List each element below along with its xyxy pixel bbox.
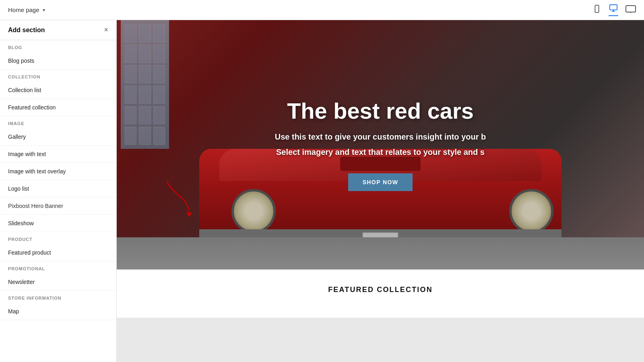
sidebar-item-image-with-text[interactable]: Image with text [0, 146, 116, 163]
hero-section: The best red cars Use this text to give … [117, 20, 644, 269]
sidebar-item-newsletter[interactable]: Newsletter [0, 274, 116, 291]
header: Home page ▾ [0, 0, 644, 20]
hero-subtitle-line1: Use this text to give your customers ins… [275, 131, 486, 143]
hero-title: The best red cars [287, 99, 474, 123]
section-label-store-information: STORE INFORMATION [0, 291, 116, 303]
sidebar-item-gallery[interactable]: Gallery [0, 128, 116, 146]
sidebar-item-featured-product[interactable]: Featured product [0, 244, 116, 261]
sidebar-item-featured-collection[interactable]: Featured collection [0, 99, 116, 116]
svg-rect-0 [595, 5, 599, 12]
featured-collection-section: FEATURED COLLECTION [117, 269, 644, 318]
view-mode-icons [592, 4, 636, 16]
sidebar-item-image-with-text-overlay[interactable]: Image with text overlay [0, 163, 116, 180]
sidebar-item-collection-list[interactable]: Collection list [0, 82, 116, 99]
main-layout: Add section × BLOG Blog posts COLLECTION… [0, 20, 644, 362]
mobile-view-icon[interactable] [592, 4, 601, 15]
sidebar-title: Add section [8, 27, 45, 34]
svg-rect-2 [610, 5, 617, 10]
svg-rect-5 [626, 6, 636, 12]
hero-subtitle-line2: Select imagery and text that relates to … [276, 146, 485, 158]
sidebar-item-slideshow[interactable]: Slideshow [0, 215, 116, 232]
hero-overlay: The best red cars Use this text to give … [117, 20, 644, 269]
section-label-blog: BLOG [0, 40, 116, 52]
featured-collection-title: FEATURED COLLECTION [125, 286, 636, 294]
close-icon[interactable]: × [104, 26, 108, 34]
sidebar-item-map[interactable]: Map [0, 303, 116, 320]
desktop-view-icon[interactable] [609, 4, 618, 16]
shop-now-button[interactable]: SHOP NOW [348, 173, 413, 191]
canvas: The best red cars Use this text to give … [117, 20, 644, 362]
sidebar-item-pixboost-hero-banner[interactable]: Pixboost Hero Banner [0, 197, 116, 215]
header-left: Home page ▾ [8, 6, 45, 13]
sidebar-item-blog-posts[interactable]: Blog posts [0, 52, 116, 70]
sidebar: Add section × BLOG Blog posts COLLECTION… [0, 20, 117, 362]
widescreen-view-icon[interactable] [625, 4, 636, 15]
section-label-product: PRODUCT [0, 232, 116, 244]
section-label-image: IMAGE [0, 116, 116, 128]
page-dropdown-chevron[interactable]: ▾ [43, 7, 45, 13]
sidebar-item-logo-list[interactable]: Logo list [0, 180, 116, 197]
page-selector[interactable]: Home page [8, 6, 39, 13]
sidebar-header: Add section × [0, 20, 116, 40]
section-label-collection: COLLECTION [0, 70, 116, 82]
section-label-promotional: PROMOTIONAL [0, 261, 116, 274]
